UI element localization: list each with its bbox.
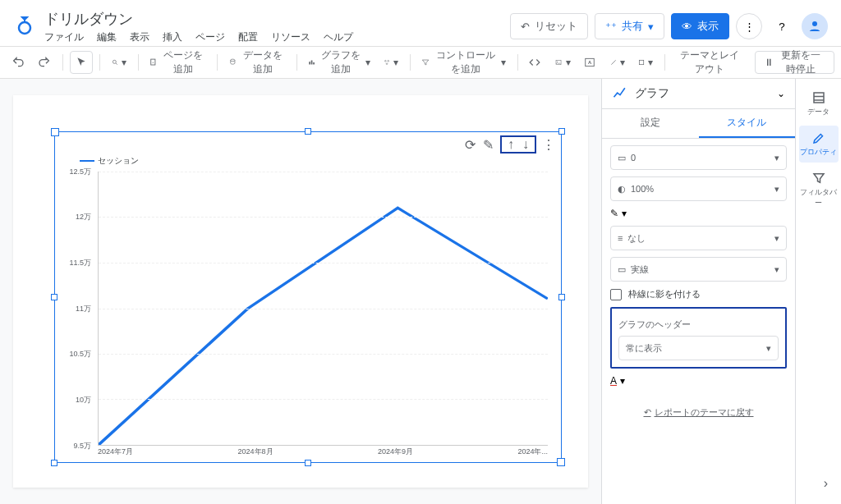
undo-button[interactable] — [7, 51, 30, 74]
chart-header-controls: ⟳ ✎ ↑ ↓ ⋮ — [464, 135, 554, 153]
data-icon — [811, 90, 826, 105]
border-style-select[interactable]: ≡ なし ▾ — [610, 226, 787, 250]
cursor-icon — [76, 57, 87, 68]
redo-button[interactable] — [33, 51, 56, 74]
header-actions: ↶リセット ⁺⁺共有▾ 👁表示 ⋮ ? — [510, 13, 828, 39]
line-button[interactable]: ▾ — [605, 51, 630, 74]
border-color-picker[interactable]: ✎▾ — [610, 208, 787, 219]
data-plus-icon — [229, 57, 237, 68]
svg-text:A: A — [587, 60, 591, 65]
menu-view[interactable]: 表示 — [130, 30, 149, 44]
text-color-icon: A — [610, 375, 617, 387]
more-button[interactable]: ⋮ — [736, 13, 762, 39]
rail-filter[interactable]: フィルタバー — [799, 166, 839, 213]
add-page-button[interactable]: +ページを追加 — [145, 51, 210, 74]
reset-chart-icon[interactable]: ⟳ — [464, 139, 476, 150]
drill-down-icon[interactable]: ↓ — [520, 139, 531, 150]
help-button[interactable]: ? — [769, 13, 795, 39]
shape-button[interactable]: ▾ — [633, 51, 658, 74]
svg-rect-6 — [310, 62, 311, 64]
text-button[interactable]: A — [579, 51, 602, 74]
user-avatar[interactable] — [802, 13, 828, 39]
panel-title: グラフ — [635, 86, 770, 101]
square-icon — [638, 57, 645, 68]
divider — [410, 54, 411, 71]
menu-page[interactable]: ページ — [195, 30, 225, 44]
chevron-down-icon: ▾ — [774, 184, 779, 195]
theme-button[interactable]: テーマとレイアウト — [671, 51, 747, 74]
zoom-tool[interactable]: ▾ — [107, 51, 131, 74]
chevron-down-icon: ⌄ — [777, 88, 785, 99]
drill-up-icon[interactable]: ↑ — [505, 139, 517, 150]
chart-more-icon[interactable]: ⋮ — [543, 139, 554, 150]
rail-data[interactable]: データ — [799, 85, 839, 122]
menu-resource[interactable]: リソース — [271, 30, 310, 44]
add-control-button[interactable]: コントロールを追加▾ — [416, 51, 510, 74]
rail-property[interactable]: プロパティ — [799, 126, 839, 163]
doc-title[interactable]: ドリルダウン — [44, 9, 510, 29]
filter-icon — [811, 171, 826, 186]
line-chart-icon — [612, 85, 628, 102]
chevron-down-icon: ▾ — [620, 57, 625, 68]
person-icon — [807, 19, 822, 34]
chart-header-section-highlight: グラフのヘッダー 常に表示 ▾ — [610, 307, 787, 369]
report-page: ⟳ ✎ ↑ ↓ ⋮ セッション 12.5万 12万 11 — [13, 95, 588, 488]
pause-refresh-button[interactable]: ⏸更新を一時停止 — [755, 51, 834, 74]
menu-edit[interactable]: 編集 — [97, 30, 117, 44]
svg-point-5 — [231, 59, 235, 62]
collapse-rail-icon[interactable]: › — [824, 476, 828, 491]
svg-point-11 — [386, 63, 388, 65]
text-color-picker[interactable]: A▾ — [610, 375, 787, 387]
selection-tool[interactable] — [70, 51, 93, 74]
chevron-down-icon: ▾ — [365, 57, 370, 68]
chart-legend: セッション — [80, 155, 139, 167]
menu-file[interactable]: ファイル — [44, 30, 84, 44]
chevron-down-icon: ▾ — [774, 264, 779, 275]
opacity-select[interactable]: ◐ 100% ▾ — [610, 176, 787, 201]
svg-point-0 — [19, 22, 30, 34]
menu-arrange[interactable]: 配置 — [238, 30, 258, 44]
reset-theme-link[interactable]: ↶ レポートのテーマに戻す — [610, 406, 787, 419]
menu-insert[interactable]: 挿入 — [163, 30, 182, 44]
chart-selection[interactable]: ⟳ ✎ ↑ ↓ ⋮ セッション 12.5万 12万 11 — [54, 131, 562, 463]
share-button[interactable]: ⁺⁺共有▾ — [595, 13, 664, 39]
redo-icon — [38, 56, 51, 69]
header-mode-select[interactable]: 常に表示 ▾ — [618, 336, 779, 360]
chevron-down-icon: ▾ — [122, 57, 126, 68]
edit-icon[interactable]: ✎ — [482, 139, 494, 150]
line-style-select[interactable]: ▭ 実線 ▾ — [610, 257, 787, 282]
help-icon: ? — [779, 21, 784, 33]
divider — [664, 54, 665, 71]
view-button[interactable]: 👁表示 — [671, 13, 729, 39]
community-icon — [384, 57, 390, 68]
embed-button[interactable] — [524, 51, 547, 74]
add-data-button[interactable]: データを追加 — [224, 51, 290, 74]
undo-icon: ↶ — [644, 407, 651, 418]
shadow-checkbox-row[interactable]: 枠線に影を付ける — [610, 288, 787, 300]
add-chart-button[interactable]: グラフを追加▾ — [303, 51, 375, 74]
border-weight-select[interactable]: ▭ 0 ▾ — [610, 145, 787, 170]
toolbar: ▾ +ページを追加 データを追加 グラフを追加▾ ▾ コントロールを追加▾ ▾ … — [0, 46, 841, 79]
chevron-down-icon: ▾ — [566, 57, 571, 68]
panel-header[interactable]: グラフ ⌄ — [602, 79, 795, 109]
canvas[interactable]: ⟳ ✎ ↑ ↓ ⋮ セッション 12.5万 12万 11 — [0, 79, 601, 504]
legend-label: セッション — [98, 155, 139, 167]
chevron-down-icon: ▾ — [501, 57, 506, 68]
tab-setup[interactable]: 設定 — [602, 109, 699, 138]
checkbox[interactable] — [610, 289, 622, 300]
chevron-down-icon: ▾ — [648, 57, 653, 68]
tab-style[interactable]: スタイル — [699, 109, 796, 138]
undo-icon — [11, 56, 25, 69]
image-button[interactable]: ▾ — [550, 51, 575, 74]
panel-body: ▭ 0 ▾ ◐ 100% ▾ ✎▾ ≡ なし ▾ ▭ 実線 ▾ — [602, 139, 795, 425]
community-viz-button[interactable]: ▾ — [379, 51, 403, 74]
svg-point-13 — [558, 61, 558, 62]
reset-button[interactable]: ↶リセット — [510, 13, 588, 39]
line-icon — [610, 57, 617, 68]
svg-point-9 — [384, 60, 386, 62]
menu-help[interactable]: ヘルプ — [324, 30, 353, 44]
app-logo-icon — [13, 15, 36, 38]
share-icon: ⁺⁺ — [605, 21, 617, 33]
chevron-down-icon: ▾ — [648, 21, 654, 33]
chevron-down-icon: ▾ — [766, 343, 771, 354]
